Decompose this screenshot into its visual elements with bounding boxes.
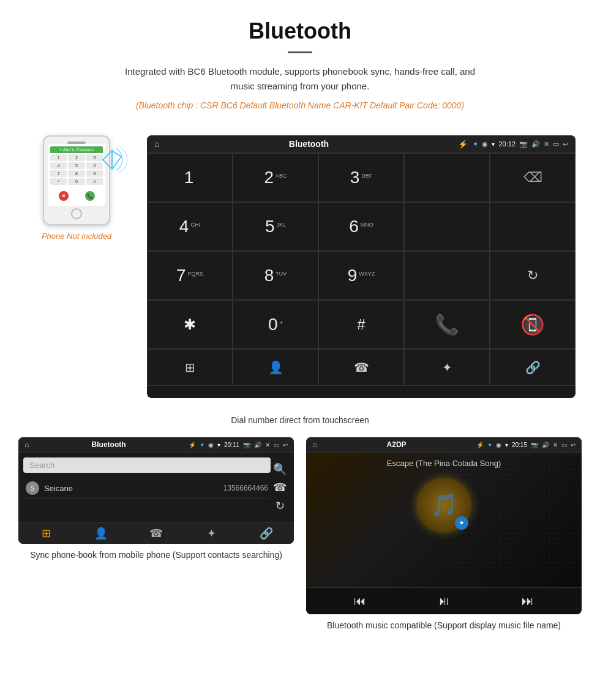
phone-key-5[interactable]: 5 <box>68 162 84 169</box>
dial-nav-bluetooth[interactable]: ✦ <box>404 349 490 386</box>
phone-key-7[interactable]: 7 <box>50 170 67 177</box>
dial-backspace[interactable]: ⌫ <box>490 153 576 202</box>
pb-usb-icon: ⚡ <box>189 442 196 448</box>
phonebook-screen: ⌂ Bluetooth ⚡ ✦ ◉ ▾ 20:11 📷 🔊 ✕ ▭ ↩ Sear… <box>18 437 294 544</box>
pb-contact-name: Seicane <box>44 484 219 493</box>
pb-home-icon[interactable]: ⌂ <box>24 440 29 449</box>
pb-nav-bt[interactable]: ✦ <box>184 527 239 540</box>
phone-end-btn[interactable]: ✖ <box>59 191 69 201</box>
dial-nav-phone[interactable]: ☎ <box>318 349 404 386</box>
dial-nav-contacts[interactable]: 👤 <box>233 349 318 386</box>
dial-empty-r2c4 <box>404 202 490 251</box>
wifi-status-icon: ▾ <box>492 141 495 148</box>
pb-screen-icon: ▭ <box>274 442 279 448</box>
status-right-icons: ✦ ◉ ▾ 20:12 📷 🔊 ✕ ▭ ↩ <box>473 140 568 148</box>
pb-call-icon[interactable]: ☎ <box>273 481 287 494</box>
music-caption: Bluetooth music compatible (Support disp… <box>306 619 582 632</box>
phone-keypad: 1 2 3 4 5 6 7 8 9 * 0 # <box>50 154 103 185</box>
phone-key-1[interactable]: 1 <box>50 154 67 161</box>
pb-close-icon[interactable]: ✕ <box>265 442 270 448</box>
dial-key-6[interactable]: 6MNO <box>318 202 404 251</box>
music-wifi-icon: ▾ <box>505 442 508 448</box>
home-icon[interactable]: ⌂ <box>154 139 159 149</box>
dial-nav-grid[interactable]: ⊞ <box>147 349 233 386</box>
dial-key-2[interactable]: 2ABC <box>233 153 318 202</box>
phone-key-2[interactable]: 2 <box>68 154 84 161</box>
phonebook-block: ⌂ Bluetooth ⚡ ✦ ◉ ▾ 20:11 📷 🔊 ✕ ▭ ↩ Sear… <box>18 437 294 632</box>
dial-key-0[interactable]: 0+ <box>233 300 318 349</box>
music-note-icon: 🎵 <box>430 492 458 518</box>
main-caption: Dial number direct from touchscreen <box>0 415 600 425</box>
usb-icon: ⚡ <box>458 140 468 149</box>
pb-nav-user[interactable]: 👤 <box>73 527 129 540</box>
pb-right-icons: 🔍 ☎ ↻ <box>271 457 289 517</box>
music-bt-icon: ✦ <box>487 442 492 448</box>
dial-key-8[interactable]: 8TUV <box>233 251 318 300</box>
dial-reload[interactable]: ↻ <box>490 251 576 300</box>
phone-key-4[interactable]: 4 <box>50 162 67 169</box>
camera-icon: 📷 <box>519 140 528 148</box>
dial-key-hash[interactable]: # <box>318 300 404 349</box>
pb-wifi-icon: ▾ <box>217 442 220 448</box>
pb-list-area: Search S Seicane 13566664466 <box>23 457 271 517</box>
phone-screen-header: + Add to Contacts <box>50 146 103 153</box>
phone-key-0[interactable]: 0 <box>68 178 84 185</box>
music-close-icon[interactable]: ✕ <box>553 442 558 448</box>
music-screen: ⌂ A2DP ⚡ ✦ ◉ ▾ 20:15 📷 🔊 ✕ ▭ ↩ Escape (T… <box>306 437 582 614</box>
dial-key-9[interactable]: 9WXYZ <box>318 251 404 300</box>
pb-back-icon[interactable]: ↩ <box>283 442 288 448</box>
phone-home-button[interactable] <box>71 208 82 219</box>
dial-key-3[interactable]: 3DEF <box>318 153 404 202</box>
phone-wrapper: + Add to Contacts 1 2 3 4 5 6 7 8 9 * 0 … <box>43 135 110 225</box>
dial-key-1[interactable]: 1 <box>147 153 233 202</box>
music-status-bar: ⌂ A2DP ⚡ ✦ ◉ ▾ 20:15 📷 🔊 ✕ ▭ ↩ <box>306 437 582 453</box>
pb-title: Bluetooth <box>32 440 185 449</box>
pb-contact-row[interactable]: S Seicane 13566664466 <box>23 478 271 499</box>
dial-display-area <box>404 153 490 202</box>
pb-bottom-nav: ⊞ 👤 ☎ ✦ 🔗 <box>18 522 294 544</box>
pb-contact-number: 13566664466 <box>223 484 268 492</box>
back-icon[interactable]: ↩ <box>563 140 568 148</box>
pb-time: 20:11 <box>224 442 239 448</box>
dial-nav-link[interactable]: 🔗 <box>490 349 576 386</box>
bottom-screenshots: ⌂ Bluetooth ⚡ ✦ ◉ ▾ 20:11 📷 🔊 ✕ ▭ ↩ Sear… <box>0 425 600 638</box>
pb-search-bar[interactable]: Search <box>23 457 271 473</box>
pb-nav-link[interactable]: 🔗 <box>239 527 294 540</box>
music-cam-icon: 📷 <box>531 442 538 448</box>
music-play-pause-btn[interactable]: ⏯ <box>438 594 450 608</box>
phone-call-btn[interactable]: 📞 <box>85 191 95 201</box>
music-loc-icon: ◉ <box>496 442 501 448</box>
pb-cam-icon: 📷 <box>243 442 250 448</box>
music-next-btn[interactable]: ⏭ <box>522 594 534 608</box>
music-title: A2DP <box>320 440 473 449</box>
dial-key-4[interactable]: 4GHI <box>147 202 233 251</box>
phone-key-8[interactable]: 8 <box>68 170 84 177</box>
pb-status-bar: ⌂ Bluetooth ⚡ ✦ ◉ ▾ 20:11 📷 🔊 ✕ ▭ ↩ <box>18 437 294 453</box>
pb-reload-icon[interactable]: ↻ <box>276 499 285 513</box>
music-back-icon[interactable]: ↩ <box>571 442 576 448</box>
dial-key-7[interactable]: 7PQRS <box>147 251 233 300</box>
dial-empty-r2c5 <box>490 202 576 251</box>
dial-call-btn[interactable]: 📞 <box>404 300 490 349</box>
phone-key-hash[interactable]: # <box>86 178 103 185</box>
music-prev-btn[interactable]: ⏮ <box>354 594 366 608</box>
music-album-art: 🎵 ✦ <box>416 478 471 533</box>
pb-nav-phone[interactable]: ☎ <box>129 527 184 540</box>
close-icon[interactable]: ✕ <box>544 140 549 148</box>
header-divider <box>288 51 312 53</box>
pb-loc-icon: ◉ <box>208 442 214 448</box>
dial-end-btn[interactable]: 📵 <box>490 300 576 349</box>
dial-key-5[interactable]: 5JKL <box>233 202 318 251</box>
music-vol-icon: 🔊 <box>542 442 549 448</box>
music-home-icon[interactable]: ⌂ <box>312 440 317 449</box>
pb-contact-letter: S <box>26 481 39 495</box>
middle-section: + Add to Contacts 1 2 3 4 5 6 7 8 9 * 0 … <box>0 123 600 410</box>
music-time: 20:15 <box>512 442 527 448</box>
pb-search-icon[interactable]: 🔍 <box>273 462 287 476</box>
header-description: Integrated with BC6 Bluetooth module, su… <box>116 64 484 94</box>
music-bg: Escape (The Pina Colada Song) 🎵 ✦ <box>306 453 582 587</box>
dial-key-star[interactable]: ✱ <box>147 300 233 349</box>
phone-key-star[interactable]: * <box>50 178 67 185</box>
pb-nav-grid[interactable]: ⊞ <box>18 527 73 540</box>
page-header: Bluetooth Integrated with BC6 Bluetooth … <box>0 0 600 123</box>
